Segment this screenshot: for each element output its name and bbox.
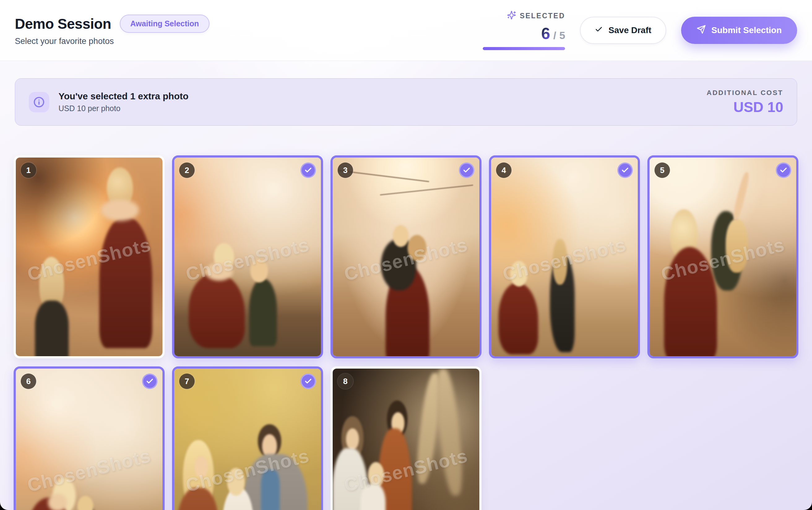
photo-image: ChosenShots (174, 369, 321, 510)
selection-counter: SELECTED 6 / 5 (483, 10, 565, 50)
photo-image: ChosenShots (16, 158, 163, 356)
selection-progress-bar (483, 47, 565, 50)
banner-title: You've selected 1 extra photo (58, 91, 188, 102)
selected-count: 6 (541, 24, 550, 43)
submit-selection-label: Submit Selection (712, 25, 782, 35)
check-icon (595, 25, 603, 36)
selected-check-badge (459, 163, 474, 178)
status-badge: Awaiting Selection (120, 15, 209, 33)
photo-card-6[interactable]: ChosenShots 6 (13, 366, 165, 510)
photo-image: ChosenShots (174, 158, 321, 356)
selected-check-badge (617, 163, 633, 178)
photo-image: ChosenShots (16, 369, 163, 510)
info-icon (29, 92, 49, 112)
photo-selection-app: Demo Session Awaiting Selection Select y… (0, 0, 812, 510)
photo-card-5[interactable]: ChosenShots 5 (647, 155, 799, 358)
selection-progress-fill (483, 47, 565, 50)
page-title: Demo Session (15, 16, 111, 32)
save-draft-button[interactable]: Save Draft (580, 17, 666, 44)
additional-cost-label: ADDITIONAL COST (707, 89, 783, 97)
header-left: Demo Session Awaiting Selection Select y… (15, 15, 209, 46)
photo-number-badge: 1 (21, 163, 36, 178)
save-draft-label: Save Draft (608, 25, 651, 35)
submit-selection-button[interactable]: Submit Selection (681, 17, 797, 44)
photo-number-badge: 3 (338, 163, 353, 178)
watermark: ChosenShots (179, 233, 316, 286)
photo-image: ChosenShots (333, 158, 479, 356)
page-subtitle: Select your favorite photos (15, 36, 209, 46)
selected-check-badge (142, 373, 157, 389)
selected-check-badge (300, 373, 316, 389)
photo-card-7[interactable]: ChosenShots 7 (172, 366, 323, 510)
photo-number-badge: 5 (655, 163, 670, 178)
photo-image: ChosenShots (649, 158, 796, 356)
photo-card-1[interactable]: ChosenShots 1 (13, 155, 165, 358)
photo-grid: ChosenShots 1 ChosenShots 2 ChosenShots … (13, 155, 799, 510)
photo-card-2[interactable]: ChosenShots 2 (172, 155, 323, 358)
count-separator: / (553, 29, 556, 41)
header-actions: SELECTED 6 / 5 Save Draft (483, 10, 797, 50)
photo-number-badge: 2 (179, 163, 195, 178)
photo-image: ChosenShots (491, 158, 638, 356)
header: Demo Session Awaiting Selection Select y… (0, 0, 812, 61)
sparkles-icon (507, 10, 516, 21)
photo-number-badge: 7 (179, 373, 195, 389)
photo-card-8[interactable]: ChosenShots 8 (330, 366, 482, 510)
selected-check-badge (776, 163, 791, 178)
extra-cost-banner: You've selected 1 extra photo USD 10 per… (15, 78, 797, 125)
photo-number-badge: 6 (21, 373, 36, 389)
banner-subtitle: USD 10 per photo (58, 104, 188, 113)
photo-card-4[interactable]: ChosenShots 4 (489, 155, 640, 358)
selected-label: SELECTED (520, 12, 566, 20)
additional-cost-value: USD 10 (707, 99, 783, 115)
selected-check-badge (300, 163, 316, 178)
selected-total: 5 (559, 29, 565, 41)
send-icon (697, 25, 706, 36)
photo-image: ChosenShots (333, 369, 479, 510)
photo-number-badge: 8 (338, 373, 353, 389)
photo-card-3[interactable]: ChosenShots 3 (330, 155, 482, 358)
watermark: ChosenShots (21, 444, 157, 497)
photo-number-badge: 4 (496, 163, 512, 178)
